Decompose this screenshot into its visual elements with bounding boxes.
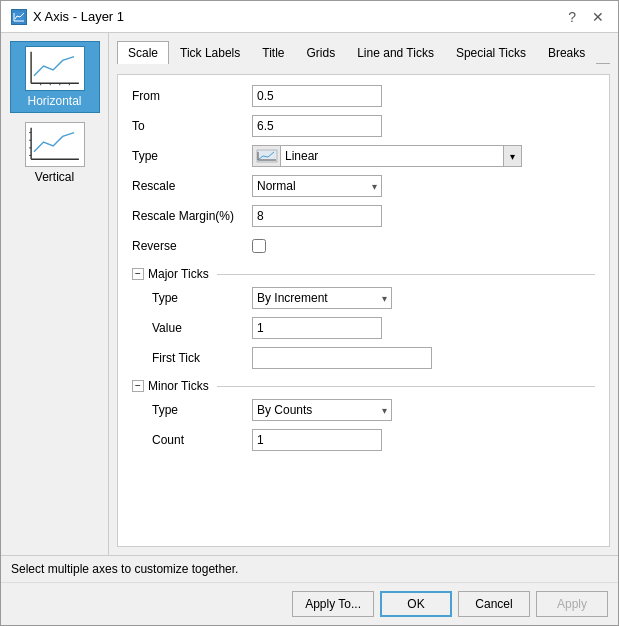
major-value-input[interactable]	[252, 317, 382, 339]
apply-button[interactable]: Apply	[536, 591, 608, 617]
from-label: From	[132, 89, 252, 103]
rescale-label: Rescale	[132, 179, 252, 193]
minor-ticks-collapse-button[interactable]: −	[132, 380, 144, 392]
reverse-row: Reverse	[132, 235, 595, 257]
status-bar: Select multiple axes to customize togeth…	[1, 555, 618, 582]
status-text: Select multiple axes to customize togeth…	[11, 562, 238, 576]
horizontal-label: Horizontal	[27, 94, 81, 108]
sidebar-item-horizontal[interactable]: Horizontal	[10, 41, 100, 113]
footer-buttons: Apply To... OK Cancel Apply	[1, 582, 618, 625]
minor-type-label: Type	[152, 403, 252, 417]
minor-type-select[interactable]: By Counts By Increment	[252, 399, 392, 421]
from-row: From	[132, 85, 595, 107]
major-value-label: Value	[152, 321, 252, 335]
reverse-label: Reverse	[132, 239, 252, 253]
ok-button[interactable]: OK	[380, 591, 452, 617]
dialog-content: Horizontal Vertical	[1, 33, 618, 555]
vertical-label: Vertical	[35, 170, 74, 184]
major-type-row: Type By Increment By Counts	[152, 287, 595, 309]
major-value-row: Value	[152, 317, 595, 339]
to-row: To	[132, 115, 595, 137]
tab-grids[interactable]: Grids	[296, 41, 347, 64]
close-button[interactable]: ✕	[588, 10, 608, 24]
major-ticks-section-header: − Major Ticks	[132, 267, 595, 281]
horizontal-axis-icon	[25, 46, 85, 91]
type-select-wrapper: Linear Log10 Ln Log2 ▾	[252, 145, 522, 167]
tab-special-ticks[interactable]: Special Ticks	[445, 41, 537, 64]
to-input[interactable]	[252, 115, 382, 137]
tab-title[interactable]: Title	[251, 41, 295, 64]
type-dropdown-arrow-icon: ▾	[503, 146, 521, 166]
major-type-select-wrapper: By Increment By Counts	[252, 287, 392, 309]
minor-ticks-section-header: − Minor Ticks	[132, 379, 595, 393]
sidebar-item-vertical[interactable]: Vertical	[10, 117, 100, 189]
tab-scale[interactable]: Scale	[117, 41, 169, 64]
title-bar-right: ? ✕	[564, 10, 608, 24]
first-tick-input[interactable]	[252, 347, 432, 369]
major-ticks-divider	[217, 274, 595, 275]
minor-count-input[interactable]	[252, 429, 382, 451]
type-select[interactable]: Linear Log10 Ln Log2	[281, 146, 503, 166]
minor-ticks-divider	[217, 386, 595, 387]
minor-count-label: Count	[152, 433, 252, 447]
minor-ticks-title: Minor Ticks	[148, 379, 209, 393]
to-label: To	[132, 119, 252, 133]
major-ticks-form: Type By Increment By Counts Value	[132, 287, 595, 369]
rescale-row: Rescale Normal Auto Fixed	[132, 175, 595, 197]
form-area: From To Type	[117, 74, 610, 547]
rescale-margin-row: Rescale Margin(%)	[132, 205, 595, 227]
sidebar: Horizontal Vertical	[1, 33, 109, 555]
major-type-select[interactable]: By Increment By Counts	[252, 287, 392, 309]
major-type-label: Type	[152, 291, 252, 305]
main-panel: Scale Tick Labels Title Grids Line and T…	[109, 33, 618, 555]
first-tick-row: First Tick	[152, 347, 595, 369]
first-tick-label: First Tick	[152, 351, 252, 365]
reverse-checkbox[interactable]	[252, 239, 266, 253]
cancel-button[interactable]: Cancel	[458, 591, 530, 617]
help-button[interactable]: ?	[564, 10, 580, 24]
type-row: Type Linear Log10	[132, 145, 595, 167]
minor-ticks-form: Type By Counts By Increment Count	[132, 399, 595, 451]
rescale-margin-input[interactable]	[252, 205, 382, 227]
tab-tick-labels[interactable]: Tick Labels	[169, 41, 251, 64]
minor-count-row: Count	[152, 429, 595, 451]
type-label: Type	[132, 149, 252, 163]
type-icon	[253, 146, 281, 166]
tab-breaks[interactable]: Breaks	[537, 41, 596, 64]
rescale-select-wrapper: Normal Auto Fixed	[252, 175, 382, 197]
major-ticks-title: Major Ticks	[148, 267, 209, 281]
minor-type-row: Type By Counts By Increment	[152, 399, 595, 421]
rescale-select[interactable]: Normal Auto Fixed	[252, 175, 382, 197]
tab-bar: Scale Tick Labels Title Grids Line and T…	[117, 41, 610, 64]
minor-type-select-wrapper: By Counts By Increment	[252, 399, 392, 421]
from-input[interactable]	[252, 85, 382, 107]
title-bar: X Axis - Layer 1 ? ✕	[1, 1, 618, 33]
title-bar-left: X Axis - Layer 1	[11, 9, 124, 25]
tab-line-and-ticks[interactable]: Line and Ticks	[346, 41, 445, 64]
major-ticks-collapse-button[interactable]: −	[132, 268, 144, 280]
rescale-margin-label: Rescale Margin(%)	[132, 209, 252, 223]
dialog-title: X Axis - Layer 1	[33, 9, 124, 24]
vertical-axis-icon	[25, 122, 85, 167]
title-icon	[11, 9, 27, 25]
dialog: X Axis - Layer 1 ? ✕	[0, 0, 619, 626]
apply-to-button[interactable]: Apply To...	[292, 591, 374, 617]
